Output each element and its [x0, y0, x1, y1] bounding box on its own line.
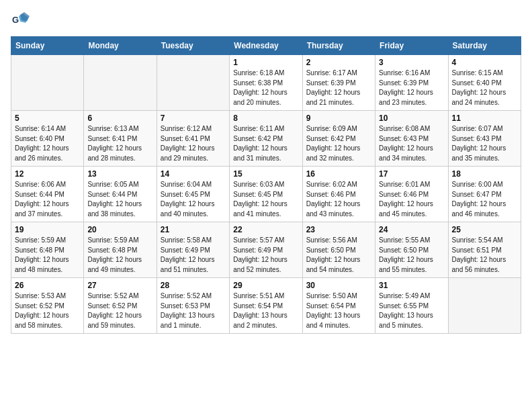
weekday-header-monday: Monday [84, 37, 157, 55]
day-info: Sunrise: 6:05 AMSunset: 6:44 PMDaylight:… [87, 180, 152, 219]
day-info: Sunrise: 5:59 AMSunset: 6:48 PMDaylight:… [15, 236, 80, 275]
day-info: Sunrise: 6:12 AMSunset: 6:41 PMDaylight:… [161, 124, 226, 163]
day-number: 2 [306, 58, 371, 67]
day-number: 5 [15, 113, 80, 123]
calendar-day-cell: 17Sunrise: 6:01 AMSunset: 6:46 PMDayligh… [375, 167, 448, 222]
calendar-day-cell: 24Sunrise: 5:55 AMSunset: 6:50 PMDayligh… [375, 222, 448, 278]
calendar-day-cell: 15Sunrise: 6:03 AMSunset: 6:45 PMDayligh… [230, 167, 302, 222]
day-number: 23 [306, 225, 371, 234]
day-number: 18 [452, 169, 517, 179]
calendar-week-row: 26Sunrise: 5:53 AMSunset: 6:52 PMDayligh… [11, 278, 521, 334]
day-info: Sunrise: 5:52 AMSunset: 6:52 PMDaylight:… [87, 291, 152, 330]
day-number: 6 [87, 113, 152, 123]
day-info: Sunrise: 6:08 AMSunset: 6:43 PMDaylight:… [379, 124, 444, 163]
day-info: Sunrise: 6:14 AMSunset: 6:40 PMDaylight:… [15, 124, 80, 163]
calendar-day-cell [11, 55, 84, 111]
calendar-day-cell: 28Sunrise: 5:52 AMSunset: 6:53 PMDayligh… [157, 278, 229, 334]
day-number: 19 [15, 225, 80, 234]
day-info: Sunrise: 6:06 AMSunset: 6:44 PMDaylight:… [15, 180, 80, 219]
day-number: 26 [15, 281, 80, 290]
calendar-day-cell: 1Sunrise: 6:18 AMSunset: 6:38 PMDaylight… [230, 55, 302, 111]
day-number: 13 [87, 169, 152, 179]
page-header: G [11, 11, 521, 30]
day-info: Sunrise: 6:04 AMSunset: 6:45 PMDaylight:… [161, 180, 226, 219]
calendar-day-cell: 16Sunrise: 6:02 AMSunset: 6:46 PMDayligh… [302, 167, 375, 222]
day-info: Sunrise: 5:50 AMSunset: 6:54 PMDaylight:… [306, 291, 371, 330]
calendar-day-cell: 7Sunrise: 6:12 AMSunset: 6:41 PMDaylight… [157, 111, 229, 167]
day-info: Sunrise: 5:56 AMSunset: 6:50 PMDaylight:… [306, 236, 371, 275]
calendar-day-cell: 8Sunrise: 6:11 AMSunset: 6:42 PMDaylight… [230, 111, 302, 167]
day-info: Sunrise: 5:57 AMSunset: 6:49 PMDaylight:… [233, 236, 298, 275]
calendar-day-cell: 30Sunrise: 5:50 AMSunset: 6:54 PMDayligh… [302, 278, 375, 334]
calendar-day-cell: 20Sunrise: 5:59 AMSunset: 6:48 PMDayligh… [84, 222, 157, 278]
calendar-day-cell: 19Sunrise: 5:59 AMSunset: 6:48 PMDayligh… [11, 222, 84, 278]
calendar-day-cell: 2Sunrise: 6:17 AMSunset: 6:39 PMDaylight… [302, 55, 375, 111]
day-number: 24 [379, 225, 444, 234]
weekday-header-tuesday: Tuesday [157, 37, 229, 55]
day-number: 10 [379, 113, 444, 123]
calendar-day-cell: 13Sunrise: 6:05 AMSunset: 6:44 PMDayligh… [84, 167, 157, 222]
calendar-week-row: 1Sunrise: 6:18 AMSunset: 6:38 PMDaylight… [11, 55, 521, 111]
day-info: Sunrise: 5:52 AMSunset: 6:53 PMDaylight:… [161, 291, 226, 330]
day-number: 8 [233, 113, 298, 123]
calendar-day-cell: 22Sunrise: 5:57 AMSunset: 6:49 PMDayligh… [230, 222, 302, 278]
day-number: 3 [379, 58, 444, 67]
day-info: Sunrise: 5:53 AMSunset: 6:52 PMDaylight:… [15, 291, 80, 330]
day-number: 30 [306, 281, 371, 290]
day-number: 4 [452, 58, 517, 67]
day-info: Sunrise: 6:15 AMSunset: 6:40 PMDaylight:… [452, 68, 517, 107]
calendar-day-cell: 23Sunrise: 5:56 AMSunset: 6:50 PMDayligh… [302, 222, 375, 278]
calendar-day-cell: 5Sunrise: 6:14 AMSunset: 6:40 PMDaylight… [11, 111, 84, 167]
calendar-day-cell: 4Sunrise: 6:15 AMSunset: 6:40 PMDaylight… [448, 55, 521, 111]
day-number: 11 [452, 113, 517, 123]
day-number: 9 [306, 113, 371, 123]
calendar-day-cell: 11Sunrise: 6:07 AMSunset: 6:43 PMDayligh… [448, 111, 521, 167]
day-number: 12 [15, 169, 80, 179]
day-info: Sunrise: 6:03 AMSunset: 6:45 PMDaylight:… [233, 180, 298, 219]
day-info: Sunrise: 6:01 AMSunset: 6:46 PMDaylight:… [379, 180, 444, 219]
day-number: 29 [233, 281, 298, 290]
day-info: Sunrise: 6:13 AMSunset: 6:41 PMDaylight:… [87, 124, 152, 163]
logo-icon: G [11, 11, 30, 30]
day-info: Sunrise: 6:18 AMSunset: 6:38 PMDaylight:… [233, 68, 298, 107]
calendar-day-cell [157, 55, 229, 111]
weekday-header-wednesday: Wednesday [230, 37, 302, 55]
day-info: Sunrise: 5:59 AMSunset: 6:48 PMDaylight:… [87, 236, 152, 275]
day-number: 17 [379, 169, 444, 179]
calendar-day-cell: 31Sunrise: 5:49 AMSunset: 6:55 PMDayligh… [375, 278, 448, 334]
day-number: 25 [452, 225, 517, 234]
day-number: 14 [161, 169, 226, 179]
calendar-week-row: 5Sunrise: 6:14 AMSunset: 6:40 PMDaylight… [11, 111, 521, 167]
day-info: Sunrise: 5:49 AMSunset: 6:55 PMDaylight:… [379, 291, 444, 330]
calendar-day-cell: 18Sunrise: 6:00 AMSunset: 6:47 PMDayligh… [448, 167, 521, 222]
day-info: Sunrise: 5:51 AMSunset: 6:54 PMDaylight:… [233, 291, 298, 330]
calendar-day-cell [84, 55, 157, 111]
day-number: 27 [87, 281, 152, 290]
calendar-day-cell: 3Sunrise: 6:16 AMSunset: 6:39 PMDaylight… [375, 55, 448, 111]
day-info: Sunrise: 6:11 AMSunset: 6:42 PMDaylight:… [233, 124, 298, 163]
day-number: 1 [233, 58, 298, 67]
calendar-day-cell [448, 278, 521, 334]
calendar-header-row: SundayMondayTuesdayWednesdayThursdayFrid… [11, 37, 521, 55]
calendar-day-cell: 14Sunrise: 6:04 AMSunset: 6:45 PMDayligh… [157, 167, 229, 222]
calendar-day-cell: 26Sunrise: 5:53 AMSunset: 6:52 PMDayligh… [11, 278, 84, 334]
calendar-day-cell: 21Sunrise: 5:58 AMSunset: 6:49 PMDayligh… [157, 222, 229, 278]
calendar-day-cell: 12Sunrise: 6:06 AMSunset: 6:44 PMDayligh… [11, 167, 84, 222]
day-info: Sunrise: 6:00 AMSunset: 6:47 PMDaylight:… [452, 180, 517, 219]
day-info: Sunrise: 6:07 AMSunset: 6:43 PMDaylight:… [452, 124, 517, 163]
calendar-week-row: 19Sunrise: 5:59 AMSunset: 6:48 PMDayligh… [11, 222, 521, 278]
weekday-header-sunday: Sunday [11, 37, 84, 55]
day-number: 21 [161, 225, 226, 234]
calendar-day-cell: 9Sunrise: 6:09 AMSunset: 6:42 PMDaylight… [302, 111, 375, 167]
day-info: Sunrise: 5:54 AMSunset: 6:51 PMDaylight:… [452, 236, 517, 275]
calendar-day-cell: 25Sunrise: 5:54 AMSunset: 6:51 PMDayligh… [448, 222, 521, 278]
day-number: 16 [306, 169, 371, 179]
svg-marker-3 [20, 12, 30, 21]
day-info: Sunrise: 6:02 AMSunset: 6:46 PMDaylight:… [306, 180, 371, 219]
day-info: Sunrise: 5:58 AMSunset: 6:49 PMDaylight:… [161, 236, 226, 275]
weekday-header-saturday: Saturday [448, 37, 521, 55]
calendar-day-cell: 29Sunrise: 5:51 AMSunset: 6:54 PMDayligh… [230, 278, 302, 334]
calendar-table: SundayMondayTuesdayWednesdayThursdayFrid… [11, 36, 521, 334]
logo: G [11, 11, 32, 30]
day-number: 7 [161, 113, 226, 123]
